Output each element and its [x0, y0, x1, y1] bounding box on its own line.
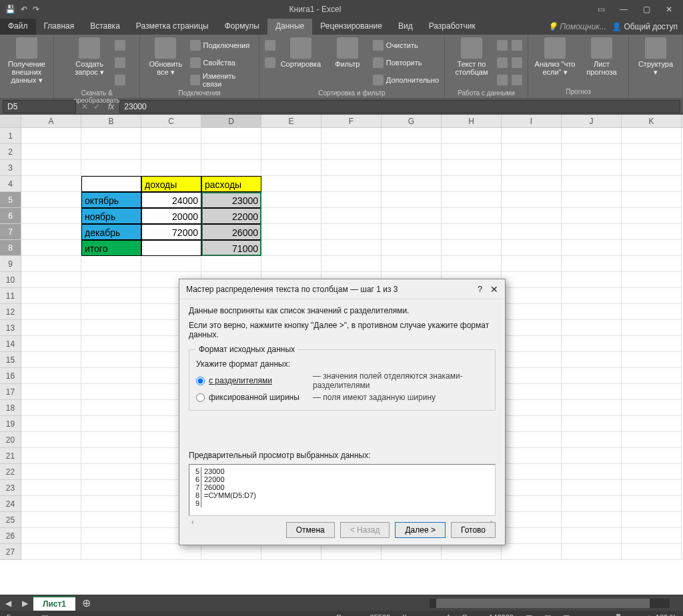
- cell[interactable]: [622, 256, 682, 272]
- row-header[interactable]: 12: [0, 304, 21, 320]
- row-header[interactable]: 9: [0, 256, 21, 272]
- column-header[interactable]: F: [321, 115, 382, 127]
- cell[interactable]: [502, 416, 562, 432]
- cell[interactable]: [562, 512, 622, 528]
- cell[interactable]: [502, 272, 562, 288]
- column-header[interactable]: B: [81, 115, 141, 127]
- column-header[interactable]: I: [502, 115, 562, 127]
- cell[interactable]: [81, 464, 141, 480]
- cell[interactable]: [622, 400, 682, 416]
- cell[interactable]: [81, 320, 141, 336]
- cell[interactable]: [81, 496, 141, 512]
- cell[interactable]: [502, 240, 562, 256]
- cell[interactable]: [502, 144, 562, 160]
- cell[interactable]: [622, 544, 682, 560]
- delimited-label[interactable]: с разделителями: [209, 376, 309, 385]
- edit-links-button[interactable]: Изменить связи: [190, 72, 253, 88]
- cell[interactable]: [141, 544, 201, 560]
- view-pagebreak-icon[interactable]: ▥: [563, 613, 570, 617]
- cell[interactable]: [562, 352, 622, 368]
- cell[interactable]: 72000: [141, 224, 201, 240]
- row-header[interactable]: 17: [0, 384, 21, 400]
- cell[interactable]: [382, 160, 442, 176]
- enter-formula-icon[interactable]: ✓: [91, 102, 103, 111]
- cell[interactable]: [562, 320, 622, 336]
- cell[interactable]: [21, 400, 81, 416]
- cell[interactable]: [81, 352, 141, 368]
- cell[interactable]: [562, 448, 622, 464]
- cell[interactable]: [562, 368, 622, 384]
- minimize-icon[interactable]: —: [614, 5, 634, 14]
- cell[interactable]: ноябрь: [81, 208, 141, 224]
- row-header[interactable]: 13: [0, 320, 21, 336]
- data-validation-button[interactable]: [497, 72, 508, 88]
- cell[interactable]: 20000: [141, 208, 201, 224]
- cell[interactable]: [502, 432, 562, 448]
- forecast-sheet-button[interactable]: Лист прогноза: [580, 37, 623, 76]
- cell[interactable]: [261, 240, 321, 256]
- cancel-button[interactable]: Отмена: [286, 522, 335, 538]
- row-header[interactable]: 15: [0, 352, 21, 368]
- cell[interactable]: [562, 416, 622, 432]
- cell[interactable]: [21, 528, 81, 544]
- cell[interactable]: [21, 304, 81, 320]
- zoom-out-icon[interactable]: −: [582, 613, 586, 616]
- cell[interactable]: [502, 192, 562, 208]
- cell[interactable]: [382, 208, 442, 224]
- cell[interactable]: 71000: [201, 240, 261, 256]
- cell[interactable]: [562, 288, 622, 304]
- cell[interactable]: доходы: [141, 176, 201, 192]
- refresh-all-button[interactable]: Обновить все ▾: [145, 37, 185, 77]
- cell[interactable]: [81, 272, 141, 288]
- cell[interactable]: [21, 272, 81, 288]
- cell[interactable]: [562, 160, 622, 176]
- column-header[interactable]: K: [622, 115, 682, 127]
- whatif-button[interactable]: Анализ "что если" ▾: [534, 37, 576, 77]
- sort-az-button[interactable]: [265, 37, 275, 53]
- cell[interactable]: [382, 224, 442, 240]
- maximize-icon[interactable]: ▢: [636, 5, 656, 14]
- cell[interactable]: [622, 432, 682, 448]
- cell[interactable]: [81, 480, 141, 496]
- qat-undo-icon[interactable]: ↶: [21, 5, 27, 14]
- cell[interactable]: [502, 336, 562, 352]
- cell[interactable]: [622, 272, 682, 288]
- cell[interactable]: [21, 224, 81, 240]
- cell[interactable]: [622, 368, 682, 384]
- cell[interactable]: [321, 128, 382, 144]
- share-button[interactable]: 👤 Общий доступ: [612, 22, 678, 31]
- cell[interactable]: [81, 176, 141, 192]
- cell[interactable]: [562, 208, 622, 224]
- properties-button[interactable]: Свойства: [190, 55, 235, 71]
- zoom-in-icon[interactable]: +: [647, 613, 651, 616]
- cell[interactable]: [562, 144, 622, 160]
- cell[interactable]: [81, 384, 141, 400]
- cell[interactable]: [622, 320, 682, 336]
- cell[interactable]: [502, 288, 562, 304]
- cell[interactable]: [21, 368, 81, 384]
- cell[interactable]: [502, 528, 562, 544]
- from-table-button[interactable]: [115, 55, 125, 71]
- cell[interactable]: [442, 224, 502, 240]
- cell[interactable]: [442, 240, 502, 256]
- cell[interactable]: [81, 336, 141, 352]
- sheet-nav-next-icon[interactable]: ▶: [17, 599, 33, 608]
- tell-me-search[interactable]: 💡 Помощник...: [548, 22, 606, 31]
- cell[interactable]: [261, 224, 321, 240]
- row-header[interactable]: 5: [0, 192, 21, 208]
- recent-sources-button[interactable]: [115, 72, 125, 88]
- cell[interactable]: [81, 432, 141, 448]
- cell[interactable]: [622, 208, 682, 224]
- tab-formulas[interactable]: Формулы: [217, 19, 267, 35]
- cell[interactable]: [21, 496, 81, 512]
- cell[interactable]: [321, 176, 382, 192]
- cell[interactable]: [321, 256, 382, 272]
- cell[interactable]: [442, 192, 502, 208]
- cell[interactable]: [21, 416, 81, 432]
- cell[interactable]: [562, 240, 622, 256]
- cell[interactable]: [502, 352, 562, 368]
- cell[interactable]: [81, 160, 141, 176]
- cell[interactable]: [21, 256, 81, 272]
- dialog-close-icon[interactable]: ✕: [490, 284, 498, 295]
- cell[interactable]: [442, 208, 502, 224]
